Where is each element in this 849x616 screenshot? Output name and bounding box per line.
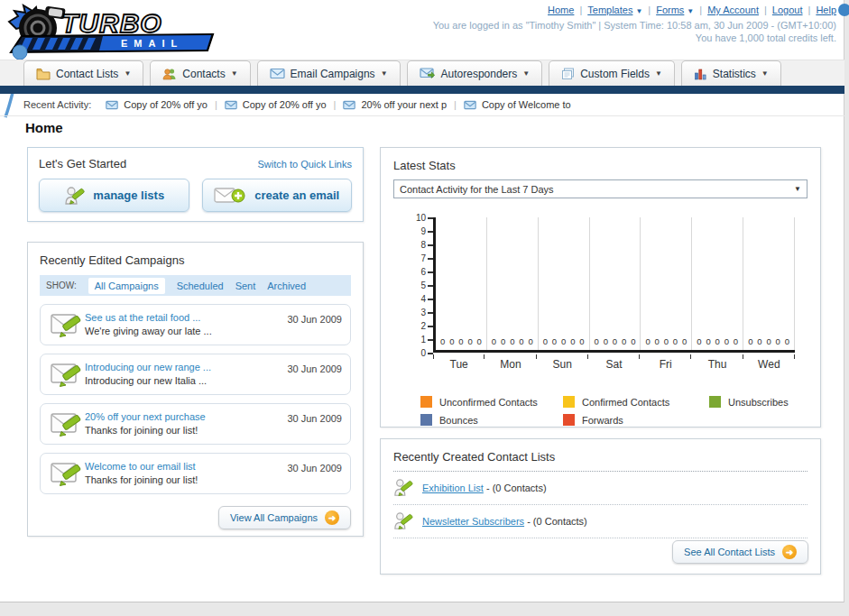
chart-data-label: 0 (501, 336, 505, 346)
campaign-title-link[interactable]: See us at the retail food ... (85, 312, 200, 323)
legend-swatch-confirmed (563, 396, 575, 408)
chart-data-label: 0 (543, 336, 548, 346)
switch-quick-links-link[interactable]: Switch to Quick Links (257, 159, 352, 170)
chart-data-label: 0 (622, 336, 626, 346)
legend-item: Forwards (563, 414, 709, 426)
filter-all-campaigns[interactable]: All Campaigns (88, 278, 165, 294)
stats-dropdown[interactable]: Contact Activity for the Last 7 Days ▼ (393, 179, 807, 198)
chart-x-axis: TueMonSunSatFriThuWed (433, 358, 795, 371)
chart-data-label: 0 (631, 336, 635, 346)
recent-activity-item[interactable]: 20% off your next p (343, 99, 447, 110)
view-all-campaigns-button[interactable]: View All Campaigns ➜ (218, 506, 351, 529)
x-tick-label: Sat (588, 358, 640, 371)
contact-list-link[interactable]: Exhibition List (422, 483, 484, 493)
contact-list-row[interactable]: Newsletter Subscribers - (0 Contacts) (393, 505, 807, 538)
top-link-logout[interactable]: Logout (772, 5, 803, 15)
contact-list-count: - (0 Contacts) (524, 516, 587, 527)
tab-contacts[interactable]: Contacts▼ (150, 60, 250, 86)
top-link-my-account[interactable]: My Account (707, 5, 759, 15)
y-tick-label: 8 (420, 240, 426, 250)
tab-statistics[interactable]: Statistics▼ (681, 60, 781, 86)
person-pencil-icon (393, 510, 413, 533)
logo-text-turbo: TURBO (61, 8, 162, 38)
campaign-row[interactable]: Welcome to our email list Thanks for joi… (40, 453, 351, 494)
x-tick-label: Fri (640, 358, 691, 371)
chart-data-label: 0 (595, 336, 599, 346)
chart-bar-group: 00000 (436, 217, 487, 350)
recent-activity-item[interactable]: Copy of 20% off yo (106, 99, 208, 110)
legend-item: Bounces (420, 414, 563, 426)
recently-edited-campaigns-panel: Recently Edited Campaigns SHOW: All Camp… (27, 242, 364, 537)
chevron-down-icon: ▼ (687, 7, 694, 15)
chart-legend: Unconfirmed Contacts Confirmed Contacts … (420, 396, 849, 426)
see-all-contact-lists-label: See All Contact Lists (684, 547, 775, 557)
y-tick-label: 6 (420, 267, 426, 277)
filter-sent[interactable]: Sent (235, 280, 256, 291)
chart-bar-group: 00000 (692, 217, 743, 350)
chart-bar-group: 00000 (743, 217, 795, 350)
recent-activity-text: Copy of 20% off yo (124, 99, 208, 110)
campaign-date: 30 Jun 2009 (287, 463, 342, 473)
turbo-email-logo[interactable]: TURBO EMAIL (5, 2, 215, 56)
tab-email-campaigns[interactable]: Email Campaigns▼ (257, 60, 401, 86)
filter-scheduled[interactable]: Scheduled (177, 280, 224, 291)
chart-data-label: 0 (613, 336, 617, 346)
top-link-templates[interactable]: Templates (587, 5, 632, 15)
chart-data-label: 0 (552, 336, 557, 346)
top-link-forms[interactable]: Forms (656, 5, 684, 15)
campaign-title-link[interactable]: Introducing our new range ... (85, 362, 211, 372)
stats-dropdown-value: Contact Activity for the Last 7 Days (400, 184, 554, 195)
recent-activity-item[interactable]: Copy of Welcome to (464, 99, 571, 110)
manage-lists-label: manage lists (93, 188, 164, 202)
campaign-title-link[interactable]: Welcome to our email list (85, 461, 196, 472)
campaign-date: 30 Jun 2009 (287, 314, 342, 325)
x-tick-label: Wed (743, 358, 795, 371)
top-link-home[interactable]: Home (548, 5, 574, 15)
legend-item: Unsubscribes (709, 396, 840, 408)
custom-fields-icon (561, 68, 575, 80)
chart-data-label: 0 (664, 336, 669, 346)
envelope-pencil-icon (49, 410, 85, 437)
top-link-help[interactable]: Help (816, 5, 836, 15)
campaign-date: 30 Jun 2009 (287, 413, 342, 424)
chart-data-label: 0 (776, 336, 780, 346)
manage-lists-button[interactable]: manage lists (39, 179, 189, 212)
envelope-icon (270, 68, 285, 79)
page: TURBO EMAIL Home|Templates▼|Forms▼|My Ac… (0, 0, 844, 602)
campaign-row[interactable]: See us at the retail food ... We're givi… (40, 304, 351, 345)
recently-created-contact-lists-panel: Recently Created Contact Lists Exhibitio… (380, 438, 821, 575)
create-email-button[interactable]: create an email (202, 179, 353, 212)
chart-data-label: 0 (785, 336, 789, 346)
campaign-row[interactable]: Introducing our new range ... Introducin… (40, 354, 351, 395)
y-tick-label: 0 (420, 348, 426, 358)
tab-custom-fields[interactable]: Custom Fields▼ (549, 60, 675, 86)
see-all-contact-lists-button[interactable]: See All Contact Lists ➜ (672, 540, 808, 564)
filter-archived[interactable]: Archived (267, 280, 306, 291)
campaign-subtitle: Thanks for joining our list! (85, 424, 287, 437)
campaign-filter-bar: SHOW: All Campaigns Scheduled Sent Archi… (40, 275, 351, 296)
recent-activity-item[interactable]: Copy of 20% off yo (225, 99, 327, 110)
contact-list-row[interactable]: Exhibition List - (0 Contacts) (393, 472, 807, 505)
contact-list-link[interactable]: Newsletter Subscribers (422, 516, 524, 527)
tab-autoresponders[interactable]: Autoresponders▼ (407, 60, 543, 86)
person-pencil-icon (393, 476, 413, 500)
y-tick-label: 3 (420, 308, 426, 317)
tab-label: Statistics (713, 68, 756, 80)
x-tick-label: Tue (433, 358, 484, 371)
help-bubble-icon[interactable] (838, 4, 849, 16)
chart-data-label: 0 (604, 336, 608, 346)
autoresponder-icon (420, 68, 436, 80)
tab-label: Contacts (182, 68, 225, 80)
legend-swatch-forwards (563, 414, 575, 426)
statistics-icon (694, 68, 707, 80)
tab-contact-lists[interactable]: Contact Lists▼ (23, 60, 143, 86)
login-info: You are logged in as "Timothy Smith" | S… (433, 19, 836, 44)
envelope-icon (464, 100, 476, 110)
latest-stats-title: Latest Stats (393, 159, 807, 172)
latest-stats-panel: Latest Stats Contact Activity for the La… (380, 147, 821, 428)
campaign-title-link[interactable]: 20% off your next purchase (85, 411, 206, 422)
chart-bar-group: 00000 (539, 217, 590, 350)
campaign-row[interactable]: 20% off your next purchase Thanks for jo… (40, 403, 351, 445)
chevron-down-icon: ▼ (794, 185, 801, 193)
legend-swatch-unsubscribes (709, 396, 721, 408)
